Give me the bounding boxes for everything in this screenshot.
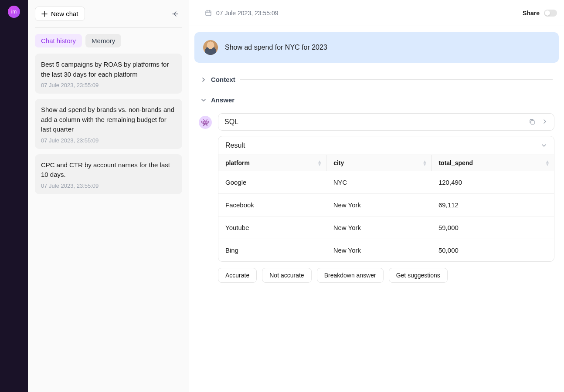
app-logo[interactable]: im xyxy=(8,6,20,18)
result-label: Result xyxy=(225,142,245,149)
chevron-right-icon xyxy=(200,77,207,83)
table-row: Facebook New York 69,112 xyxy=(218,194,554,216)
chevron-down-icon xyxy=(200,97,207,103)
chevron-right-icon xyxy=(542,118,548,125)
header-right: Share xyxy=(523,10,557,17)
share-toggle[interactable] xyxy=(544,10,557,17)
column-label: total_spend xyxy=(438,159,473,166)
new-chat-button[interactable]: New chat xyxy=(35,7,85,21)
tab-label: Chat history xyxy=(41,37,76,44)
logo-text: im xyxy=(11,9,17,15)
divider xyxy=(240,79,553,80)
history-list: Best 5 campaigns by ROAS by platforms fo… xyxy=(28,54,189,194)
app-rail: im xyxy=(0,0,28,392)
context-label: Context xyxy=(211,76,235,83)
column-header-total-spend[interactable]: total_spend▲▼ xyxy=(431,155,554,171)
sql-actions xyxy=(529,118,548,125)
calendar-icon xyxy=(205,10,212,17)
history-item[interactable]: Best 5 campaigns by ROAS by platforms fo… xyxy=(35,54,182,94)
column-label: city xyxy=(333,159,344,166)
context-section-toggle[interactable]: Context xyxy=(194,72,559,87)
feedback-row: Accurate Not accurate Breakdown answer G… xyxy=(218,268,554,283)
history-date: 07 Jule 2023, 23:55:09 xyxy=(41,182,176,189)
table-row: Bing New York 50,000 xyxy=(218,239,554,262)
cell-city: New York xyxy=(326,216,431,239)
main-panel: 07 Jule 2023, 23:55:09 Share Show ad spe… xyxy=(189,0,564,392)
cell-platform: Facebook xyxy=(218,194,326,216)
cell-city: New York xyxy=(326,194,431,216)
history-date: 07 Jule 2023, 23:55:09 xyxy=(41,82,176,88)
button-label: Not accurate xyxy=(269,272,304,279)
answer-label: Answer xyxy=(211,96,234,104)
sidebar-top: New chat xyxy=(28,0,189,27)
sql-row[interactable]: SQL xyxy=(218,113,554,131)
result-card: Result platform▲▼ city▲▼ total_spend▲▼ xyxy=(218,136,554,262)
history-title: CPC and CTR by account names for the las… xyxy=(41,160,176,180)
button-label: Get suggestions xyxy=(396,272,440,279)
answer-section-toggle[interactable]: Answer xyxy=(194,93,559,107)
history-item[interactable]: CPC and CTR by account names for the las… xyxy=(35,154,182,194)
expand-button[interactable] xyxy=(542,118,548,125)
breakdown-button[interactable]: Breakdown answer xyxy=(317,268,384,283)
cell-total-spend: 59,000 xyxy=(431,216,554,239)
cell-city: NYC xyxy=(326,171,431,194)
header-left: 07 Jule 2023, 23:55:09 xyxy=(205,10,278,17)
content: Show ad spend for NYC for 2023 Context A… xyxy=(189,26,564,392)
cell-total-spend: 120,490 xyxy=(431,171,554,194)
sort-icon: ▲▼ xyxy=(545,160,550,166)
query-text: Show ad spend for NYC for 2023 xyxy=(225,44,327,51)
new-chat-label: New chat xyxy=(51,10,78,17)
copy-icon xyxy=(529,118,536,125)
svg-rect-0 xyxy=(206,11,211,16)
button-label: Breakdown answer xyxy=(324,272,376,279)
arrow-left-icon xyxy=(171,10,179,18)
sql-label: SQL xyxy=(224,118,238,126)
share-label: Share xyxy=(523,10,540,17)
tab-label: Memory xyxy=(92,37,115,44)
cell-platform: Youtube xyxy=(218,216,326,239)
history-title: Best 5 campaigns by ROAS by platforms fo… xyxy=(41,60,176,79)
column-label: platform xyxy=(225,159,250,166)
table-row: Youtube New York 59,000 xyxy=(218,216,554,239)
cell-platform: Bing xyxy=(218,239,326,262)
suggestions-button[interactable]: Get suggestions xyxy=(389,268,448,283)
sidebar: New chat Chat history Memory Best 5 camp… xyxy=(28,0,189,392)
answer-main: SQL Result xyxy=(218,113,554,283)
tab-chat-history[interactable]: Chat history xyxy=(35,34,82,47)
history-title: Show ad spend by brands vs. non-brands a… xyxy=(41,105,176,135)
cell-total-spend: 50,000 xyxy=(431,239,554,262)
chevron-down-icon xyxy=(541,142,547,149)
result-table: platform▲▼ city▲▼ total_spend▲▼ Google N… xyxy=(218,155,554,261)
table-row: Google NYC 120,490 xyxy=(218,171,554,194)
table-header-row: platform▲▼ city▲▼ total_spend▲▼ xyxy=(218,155,554,171)
main-header: 07 Jule 2023, 23:55:09 Share xyxy=(189,0,564,26)
user-avatar xyxy=(203,40,218,55)
header-date: 07 Jule 2023, 23:55:09 xyxy=(216,10,278,17)
divider xyxy=(239,100,553,100)
svg-rect-1 xyxy=(531,121,534,124)
result-collapse-button[interactable] xyxy=(541,142,547,149)
sort-icon: ▲▼ xyxy=(317,160,322,166)
collapse-sidebar-button[interactable] xyxy=(168,7,182,21)
cell-city: New York xyxy=(326,239,431,262)
button-label: Accurate xyxy=(225,272,249,279)
bot-avatar: 👾 xyxy=(199,116,212,129)
tab-memory[interactable]: Memory xyxy=(85,34,121,47)
query-card: Show ad spend for NYC for 2023 xyxy=(194,32,559,63)
column-header-platform[interactable]: platform▲▼ xyxy=(218,155,326,171)
not-accurate-button[interactable]: Not accurate xyxy=(262,268,311,283)
column-header-city[interactable]: city▲▼ xyxy=(326,155,431,171)
sort-icon: ▲▼ xyxy=(423,160,427,166)
cell-platform: Google xyxy=(218,171,326,194)
history-date: 07 Jule 2023, 23:55:09 xyxy=(41,137,176,144)
cell-total-spend: 69,112 xyxy=(431,194,554,216)
copy-button[interactable] xyxy=(529,118,536,125)
result-header: Result xyxy=(218,136,554,155)
plus-icon xyxy=(41,11,48,17)
accurate-button[interactable]: Accurate xyxy=(218,268,257,283)
sidebar-tabs: Chat history Memory xyxy=(28,28,189,54)
history-item[interactable]: Show ad spend by brands vs. non-brands a… xyxy=(35,99,182,149)
answer-body: 👾 SQL Result xyxy=(194,107,559,289)
